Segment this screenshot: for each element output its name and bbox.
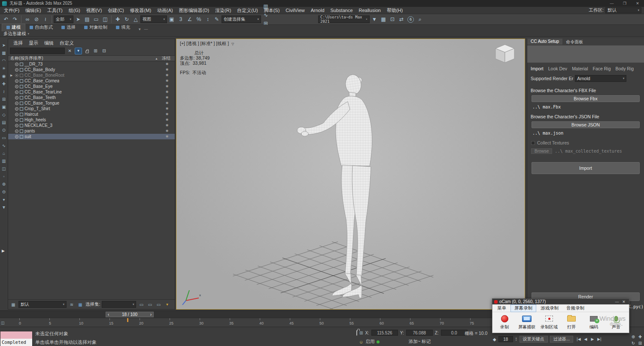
frozen-flag-icon[interactable]: ✱ [161,79,173,83]
ribbon-minimize-icon[interactable]: — [144,27,148,31]
menu-item[interactable]: 工具(T) [44,8,66,13]
maximize-button[interactable]: ❐ [618,0,631,7]
menu-item[interactable]: 自定义(U) [234,8,261,13]
selection-lock-icon[interactable] [356,331,357,335]
undo-icon[interactable]: ↶ [2,15,10,24]
list-item[interactable]: CC_Base_Cornea ✱ [8,78,175,84]
record-region-button[interactable]: 录制区域 [539,313,559,330]
x-coordinate-field[interactable]: 115.526 [371,330,398,336]
display-objects-icon[interactable]: ▭ [1,135,7,141]
rollout-tab[interactable]: Material [572,66,588,71]
expand-row-icon[interactable]: ▶ [10,74,14,77]
encode-button[interactable]: 编码 [583,313,604,330]
list-item[interactable]: ▶ CC_Base_BoneRoot ✱ [8,72,175,78]
name-column-header[interactable]: 名称(按升序排序) [10,55,155,61]
display-groups-icon[interactable]: ⊞ [1,96,7,102]
grab-viewport-icon[interactable]: ⊡ [388,15,397,24]
list-item[interactable]: Haircut ✱ [8,111,175,117]
viewport-label[interactable]: [+] [透视 ] [标准* ] [线框 ] ▽ [180,41,234,47]
display-layers-icon[interactable]: ▥ [1,158,7,164]
display-geometry-icon[interactable]: ▦ [1,50,7,56]
visibility-eye-icon[interactable] [15,85,18,88]
display-frozen-icon[interactable]: ◫ [1,165,7,171]
spinner-snap-icon[interactable]: ↕ [204,15,212,24]
isolate-selection-icon[interactable]: ☺ [359,340,363,344]
frozen-flag-icon[interactable]: ✱ [161,84,173,88]
record-button[interactable]: 录制 [494,313,515,330]
list-item[interactable]: pants ✱ [8,128,175,134]
display-bones-icon[interactable]: ◇ [1,111,7,117]
subtract-from-set-icon[interactable]: ▭ [155,301,162,308]
add-time-tag[interactable]: 添加~ 标记 [409,339,431,345]
render-engine-dropdown[interactable]: Arnold▾ [575,75,626,82]
pan-icon[interactable]: ✚ [637,334,643,340]
visibility-eye-icon[interactable] [15,102,18,105]
menu-item[interactable]: Arnold [308,8,328,13]
timeline-corner-icon[interactable]: ◫ [1,321,5,325]
orbit-icon[interactable]: ↻ [630,340,636,346]
select-by-name-icon[interactable]: ▤ [83,15,91,24]
display-materials-icon[interactable]: ⊙ [1,127,7,133]
selection-set-dropdown[interactable]: ▾ [102,301,136,308]
expand-all-icon[interactable]: ⊕ [1,181,7,187]
listener-row[interactable]: Completed [0,339,32,346]
clear-search-icon[interactable]: ✕ [66,48,73,54]
sync-selection-icon[interactable]: ⊟ [100,48,108,54]
filter-funnel-icon[interactable]: ▼ [75,48,82,54]
tab-cc-auto-setup[interactable]: CC Auto Setup [527,39,562,45]
explorer-menu-item[interactable]: 编辑 [42,40,56,46]
play-icon[interactable]: ▶ [589,336,596,343]
display-mode-icon[interactable]: ▦ [10,301,17,308]
menu-item[interactable]: 编辑(E) [22,8,44,13]
edit-selection-set-icon[interactable]: ✎ [213,15,221,24]
display-containers-icon[interactable]: ▤ [1,119,7,125]
current-frame-field[interactable]: 18 [498,336,513,342]
tab-command-panel[interactable]: 命令面板 [562,39,586,45]
selection-filter-dropdown[interactable]: 全部▾ [54,15,73,23]
screen-capture-button[interactable]: 屏幕捕获 [516,313,537,330]
pivot-icon[interactable]: ▣ [167,15,176,24]
frozen-flag-icon[interactable]: ✱ [161,129,173,133]
redo-icon[interactable]: ↷ [11,15,19,24]
maxscript-mini-listener[interactable]: Completed [0,331,33,346]
notification-badge[interactable]: 6 [407,16,414,23]
lock-icon[interactable] [83,48,91,54]
visibility-eye-icon[interactable] [15,63,18,66]
menu-item[interactable]: 动画(A) [154,8,176,13]
key-filters-button[interactable]: 过滤器... [550,336,573,343]
display-modifiers-icon[interactable]: ∿ [1,142,7,148]
select-tool-icon[interactable]: ➤ [1,42,7,48]
collapse-all-icon[interactable]: ⊖ [1,189,7,195]
select-rotate-icon[interactable]: ↻ [122,15,131,24]
rollout-tab[interactable]: Import [531,66,544,71]
zoom-icon[interactable]: ⊕ [630,334,636,340]
curve-editor-icon[interactable]: ∿ [261,11,270,19]
previous-frame-icon[interactable]: ◀ [582,336,589,343]
ribbon-tab[interactable]: 建模 [2,24,25,31]
sort-descending-icon[interactable]: ▾ [1,196,7,202]
z-coordinate-field[interactable]: 0.0 [441,330,468,336]
frozen-flag-icon[interactable]: ✱ [161,90,173,94]
workspace-selector[interactable]: 默认 ▾ [605,7,641,13]
menu-item[interactable]: 组(G) [66,8,83,13]
explorer-column-header[interactable]: 名称(按升序排序) ▲ 冻结 [8,55,175,61]
frozen-flag-icon[interactable]: ✱ [161,101,173,105]
ocam-menu-item[interactable]: 屏幕录制 [510,304,536,312]
display-helpers-icon[interactable]: ✚ [1,81,7,87]
timeline-ruler[interactable]: ◫ 051015202530354045505560657075 [0,318,494,327]
select-object-icon[interactable]: ➤ [74,15,82,24]
previous-frame-arrow-icon[interactable]: ‹ [108,312,109,317]
frozen-flag-icon[interactable]: ✱ [161,96,173,99]
ocam-menu-item[interactable]: 菜单 [494,305,510,312]
set-key-button[interactable]: 设置关键点 [519,336,548,343]
ocam-title-bar[interactable]: oCam (0, 0, 2560, 1377) — ✕ [492,298,629,304]
visibility-eye-icon[interactable] [15,135,18,138]
ocam-menu-item[interactable]: 游戏录制 [537,305,562,312]
visibility-eye-icon[interactable] [15,113,18,116]
select-link-icon[interactable]: ∞ [23,15,32,24]
menu-item[interactable]: CivilView [283,8,307,13]
explorer-menu-item[interactable]: 显示 [26,40,41,46]
menu-item[interactable]: 视图(V) [83,8,105,13]
minimize-button[interactable]: — [605,0,618,7]
list-item[interactable]: suit ✱ [8,134,175,139]
